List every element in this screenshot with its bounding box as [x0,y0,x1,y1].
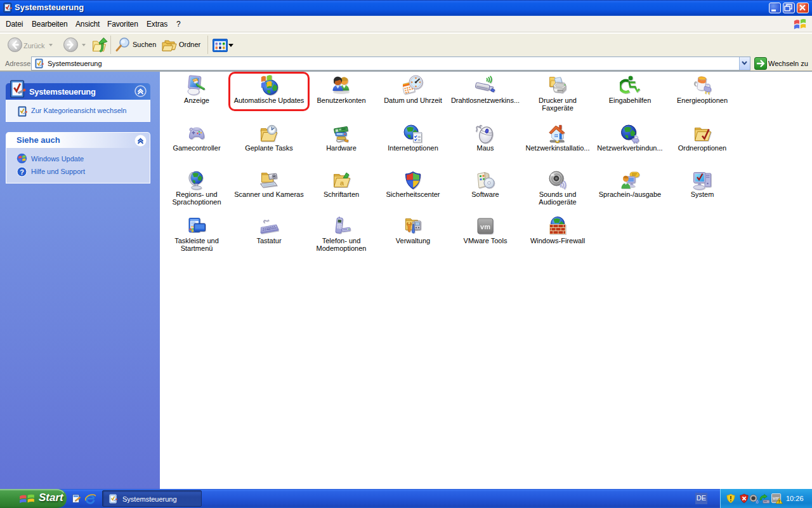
svg-text:a: a [340,179,344,187]
svg-text:vm: vm [480,223,490,231]
svg-text:?: ? [20,168,24,176]
